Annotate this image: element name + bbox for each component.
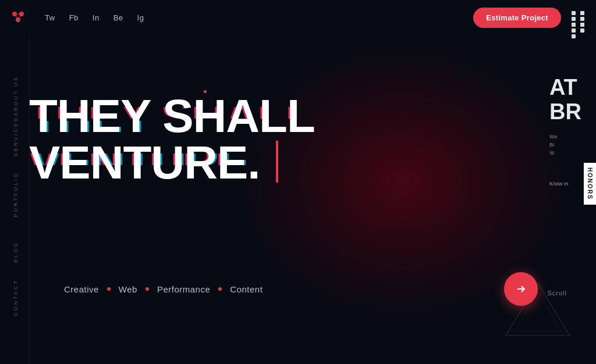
honors-tab[interactable]: Honors [584, 163, 596, 205]
service-dot-2 [146, 287, 149, 291]
service-content: Content [230, 284, 262, 294]
headline-line1: THEY SHALL THEY SHALL THEY SHALL [29, 93, 315, 140]
sidebar-item-blog[interactable]: Blog [13, 241, 19, 263]
header-left: Tw Fb In Be Ig [9, 8, 144, 27]
sidebar-item-services[interactable]: Services [13, 116, 19, 156]
hero-content: THEY SHALL THEY SHALL THEY SHALL VENTURE… [29, 35, 315, 187]
sidebar-item-contact[interactable]: Contact [13, 279, 19, 316]
next-slide-sub: We Br W [549, 133, 596, 158]
logo[interactable] [9, 8, 27, 27]
text-cursor [276, 141, 278, 183]
next-arrow-button[interactable] [504, 272, 538, 306]
nav-be[interactable]: Be [113, 13, 123, 22]
social-nav: Tw Fb In Be Ig [45, 13, 144, 22]
service-creative: Creative [64, 284, 99, 294]
sidebar-item-about[interactable]: About Us [13, 76, 19, 116]
next-slide-title: At Br [549, 76, 596, 124]
headline-line2: VENTURE. VENTURE. VENTURE. [29, 140, 315, 187]
header: Tw Fb In Be Ig Estimate Project [0, 0, 596, 35]
header-right: Estimate Project [473, 8, 584, 28]
services-row: Creative Web Performance Content [64, 284, 262, 294]
headline-text-2: VENTURE. [29, 137, 260, 188]
grid-menu-icon[interactable] [572, 11, 584, 24]
nav-ig[interactable]: Ig [137, 13, 144, 22]
service-performance: Performance [157, 284, 210, 294]
hero-headline: THEY SHALL THEY SHALL THEY SHALL VENTURE… [29, 93, 315, 187]
service-dot-3 [218, 287, 222, 291]
glitch-wrap-2: VENTURE. VENTURE. VENTURE. [29, 140, 260, 186]
nav-fb[interactable]: Fb [69, 13, 79, 22]
headline-text-1: THEY SHALL [29, 90, 315, 142]
glitch-wrap-1: THEY SHALL THEY SHALL THEY SHALL [29, 93, 315, 140]
nav-tw[interactable]: Tw [45, 13, 55, 22]
nav-in[interactable]: In [93, 13, 100, 22]
estimate-project-button[interactable]: Estimate Project [473, 8, 561, 28]
arrow-right-icon [515, 283, 527, 295]
service-dot-1 [107, 287, 111, 291]
sidebar-item-portfolio[interactable]: Portfolio [13, 172, 19, 217]
scroll-label: Scroll [547, 290, 567, 297]
service-web: Web [119, 284, 137, 294]
